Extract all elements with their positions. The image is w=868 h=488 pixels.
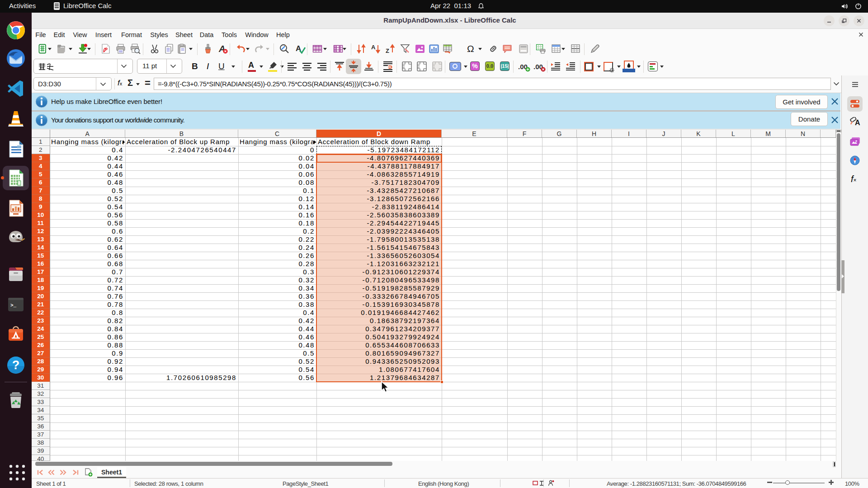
svg-text:A: A bbox=[855, 119, 860, 127]
svg-text:?: ? bbox=[12, 358, 20, 372]
svg-text:A: A bbox=[371, 44, 376, 51]
svg-text:Z: Z bbox=[386, 47, 389, 54]
svg-text:>_: >_ bbox=[10, 303, 17, 308]
svg-text:Ω: Ω bbox=[467, 43, 474, 54]
